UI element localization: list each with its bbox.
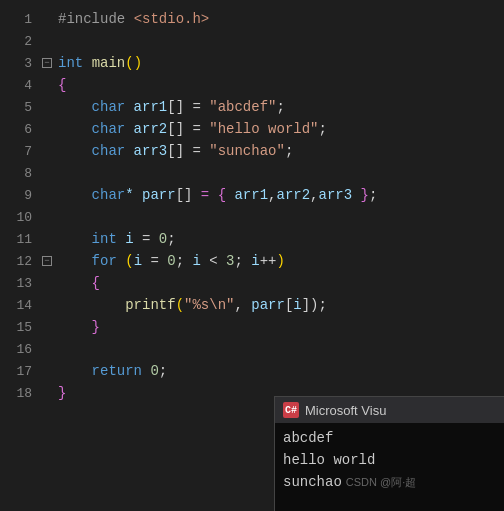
fold-indicator [40, 118, 54, 140]
line-number: 6 [0, 118, 40, 140]
fold-indicator[interactable]: − [40, 52, 54, 74]
token: = [142, 253, 167, 269]
line-number: 3 [0, 52, 40, 74]
token: char [58, 121, 125, 137]
fold-indicator [40, 140, 54, 162]
token: [] [167, 99, 184, 115]
terminal-output-line-3: sunchao [283, 471, 342, 493]
fold-indicator [40, 338, 54, 360]
fold-box[interactable]: − [42, 58, 52, 68]
code-line: 9 char* parr[] = { arr1,arr2,arr3 }; [0, 184, 504, 206]
fold-indicator [40, 8, 54, 30]
terminal-titlebar: C# Microsoft Visu [275, 397, 504, 423]
token: , [234, 297, 251, 313]
line-content: char* parr[] = { arr1,arr2,arr3 }; [54, 184, 504, 206]
line-content: #include <stdio.h> [54, 8, 504, 30]
line-number: 1 [0, 8, 40, 30]
line-number: 17 [0, 360, 40, 382]
token: [] [176, 187, 193, 203]
token: = [134, 231, 159, 247]
line-number: 13 [0, 272, 40, 294]
token: [] [167, 143, 184, 159]
fold-indicator[interactable]: − [40, 250, 54, 272]
token: i [192, 253, 200, 269]
token: arr3 [125, 143, 167, 159]
token: i [293, 297, 301, 313]
token: ) [277, 253, 285, 269]
token: "%s\n" [184, 297, 234, 313]
code-line: 7 char arr3[] = "sunchao"; [0, 140, 504, 162]
line-number: 15 [0, 316, 40, 338]
code-editor: 1#include <stdio.h>23−int main()4{5 char… [0, 0, 504, 511]
token: ; [159, 363, 167, 379]
line-content: char arr3[] = "sunchao"; [54, 140, 504, 162]
fold-indicator [40, 360, 54, 382]
token: i [251, 253, 259, 269]
code-line: 11 int i = 0; [0, 228, 504, 250]
line-number: 7 [0, 140, 40, 162]
code-line: 14 printf("%s\n", parr[i]); [0, 294, 504, 316]
line-content: for (i = 0; i < 3; i++) [54, 250, 504, 272]
line-content: { [54, 74, 504, 96]
fold-box[interactable]: − [42, 256, 52, 266]
token: [] [167, 121, 184, 137]
fold-indicator [40, 96, 54, 118]
line-number: 18 [0, 382, 40, 404]
line-content: return 0; [54, 360, 504, 382]
token: arr3 [319, 187, 353, 203]
token: printf [58, 297, 176, 313]
fold-indicator [40, 74, 54, 96]
csdn-watermark: CSDN @阿·超 [346, 475, 416, 490]
token: ; [285, 143, 293, 159]
code-line: 16 [0, 338, 504, 360]
token: ; [167, 231, 175, 247]
code-line: 12− for (i = 0; i < 3; i++) [0, 250, 504, 272]
terminal-output-line-2: hello world [283, 449, 496, 471]
line-content: } [54, 316, 504, 338]
fold-indicator [40, 382, 54, 404]
terminal-output-line-1: abcdef [283, 427, 496, 449]
token: int [58, 231, 117, 247]
token: ; [369, 187, 377, 203]
line-content: int i = 0; [54, 228, 504, 250]
token: arr1 [234, 187, 268, 203]
code-line: 17 return 0; [0, 360, 504, 382]
token: } [352, 187, 369, 203]
token: = { [192, 187, 234, 203]
fold-indicator [40, 30, 54, 52]
code-line: 1#include <stdio.h> [0, 8, 504, 30]
code-line: 10 [0, 206, 504, 228]
token: , [310, 187, 318, 203]
token: } [58, 319, 100, 335]
code-line: 6 char arr2[] = "hello world"; [0, 118, 504, 140]
token: int [58, 55, 83, 71]
token: } [58, 385, 66, 401]
fold-indicator [40, 316, 54, 338]
line-number: 16 [0, 338, 40, 360]
token: = [184, 121, 209, 137]
code-line: 4{ [0, 74, 504, 96]
line-number: 8 [0, 162, 40, 184]
token: #include [58, 11, 134, 27]
token: 0 [159, 231, 167, 247]
code-line: 5 char arr1[] = "abcdef"; [0, 96, 504, 118]
line-number: 14 [0, 294, 40, 316]
terminal-title: Microsoft Visu [305, 403, 386, 418]
line-number: 2 [0, 30, 40, 52]
token: = [184, 99, 209, 115]
line-number: 5 [0, 96, 40, 118]
token: char [58, 187, 125, 203]
token: ; [318, 121, 326, 137]
fold-indicator [40, 162, 54, 184]
token: 0 [150, 363, 158, 379]
fold-indicator [40, 184, 54, 206]
token: ; [276, 99, 284, 115]
token: arr2 [276, 187, 310, 203]
line-content: { [54, 272, 504, 294]
code-line: 3−int main() [0, 52, 504, 74]
code-line: 13 { [0, 272, 504, 294]
line-content: char arr2[] = "hello world"; [54, 118, 504, 140]
token: () [125, 55, 142, 71]
line-number: 10 [0, 206, 40, 228]
terminal-body: abcdef hello world sunchaoCSDN @阿·超 [275, 423, 504, 511]
